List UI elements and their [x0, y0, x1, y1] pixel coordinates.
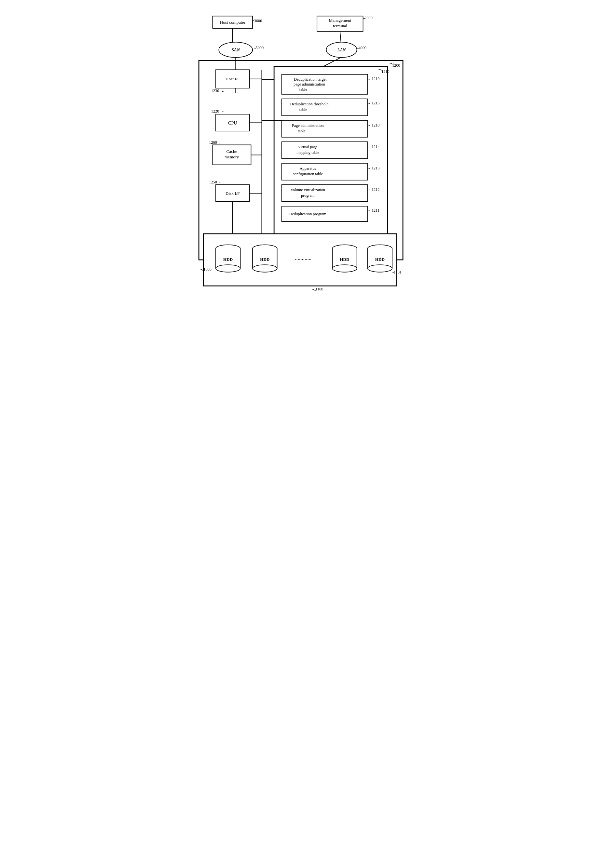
- page-admin-ref: 1218: [371, 123, 379, 128]
- outer-box-ref: 1000: [203, 267, 212, 271]
- cpu-label: CPU: [228, 120, 237, 125]
- dedup-threshold-label1: Deduplication threshold: [290, 102, 328, 106]
- apparatus-config-label1: Apparatus: [299, 166, 316, 171]
- page-admin-label2: table: [298, 129, 306, 133]
- diagram-container: Host computer 3000 Management terminal 2…: [188, 6, 416, 312]
- host-if-ref: 1230: [211, 88, 219, 93]
- dedup-target-label1: Deduplication target: [294, 77, 327, 82]
- host-if-label: Host I/F: [226, 76, 240, 81]
- dedup-threshold-ref: 1216: [371, 101, 379, 105]
- hdd3-bottom: [332, 265, 357, 272]
- hdd1-bottom: [216, 265, 240, 272]
- cpu-ref: 1220: [211, 109, 219, 114]
- dedup-target-label2: page administration: [294, 82, 325, 86]
- san-label: SAN: [231, 47, 240, 52]
- dedup-program-ref: 1211: [371, 208, 379, 213]
- apparatus-config-label2: configuration table: [292, 172, 323, 176]
- memory-box-ref: 1210: [381, 69, 390, 74]
- disk-if-ref: 1250: [209, 180, 217, 184]
- hdd2-label: HDD: [260, 257, 269, 262]
- vol-virt-box: [281, 185, 367, 202]
- dedup-threshold-box: [281, 99, 367, 116]
- mgmt-to-lan-line: [340, 32, 341, 42]
- hdd2-bottom: [252, 265, 277, 272]
- lan-label: LAN: [337, 47, 346, 52]
- dedup-program-label: Deduplication program: [289, 212, 326, 216]
- mgmt-terminal-label1: Management: [329, 18, 351, 23]
- virtual-page-box: [281, 142, 367, 159]
- hdd-dots: ············: [295, 257, 311, 263]
- architecture-diagram: Host computer 3000 Management terminal 2…: [194, 13, 409, 304]
- dedup-target-label3: table: [299, 87, 307, 92]
- mgmt-terminal-ref: 2000: [365, 15, 373, 20]
- disk-if-label: Disk I/F: [226, 191, 240, 196]
- cache-memory-label2: memory: [224, 154, 239, 159]
- hdd-ref: 1101: [393, 270, 401, 274]
- cache-memory-ref: 1260: [209, 140, 217, 145]
- dedup-target-ref: 1219: [371, 76, 379, 81]
- page-admin-box: [281, 120, 367, 137]
- host-computer-ref: 3000: [254, 19, 262, 23]
- virtual-page-ref: 1214: [371, 144, 379, 149]
- host-computer-label: Host computer: [220, 20, 245, 25]
- dedup-threshold-label2: table: [299, 107, 307, 112]
- vol-virt-label1: Volume virtualization: [290, 188, 325, 192]
- hdd4-bottom: [367, 265, 392, 272]
- vol-virt-ref: 1212: [371, 187, 379, 192]
- page-admin-label1: Page administration: [292, 123, 324, 128]
- hdd3-label: HDD: [340, 257, 349, 262]
- hdd4-label: HDD: [375, 257, 384, 262]
- vol-virt-label2: program: [301, 193, 315, 198]
- hdd-box-ref: 1100: [315, 287, 323, 291]
- hdd1-label: HDD: [223, 257, 233, 262]
- virtual-page-label1: Virtual page: [298, 145, 318, 149]
- lan-ref: 4000: [358, 46, 366, 50]
- mgmt-terminal-label2: terminal: [332, 23, 347, 28]
- virtual-page-label2: mapping table: [296, 150, 319, 155]
- san-ref: 5000: [255, 46, 264, 50]
- apparatus-config-ref: 1213: [371, 166, 379, 170]
- cache-memory-label1: Cache: [226, 149, 237, 154]
